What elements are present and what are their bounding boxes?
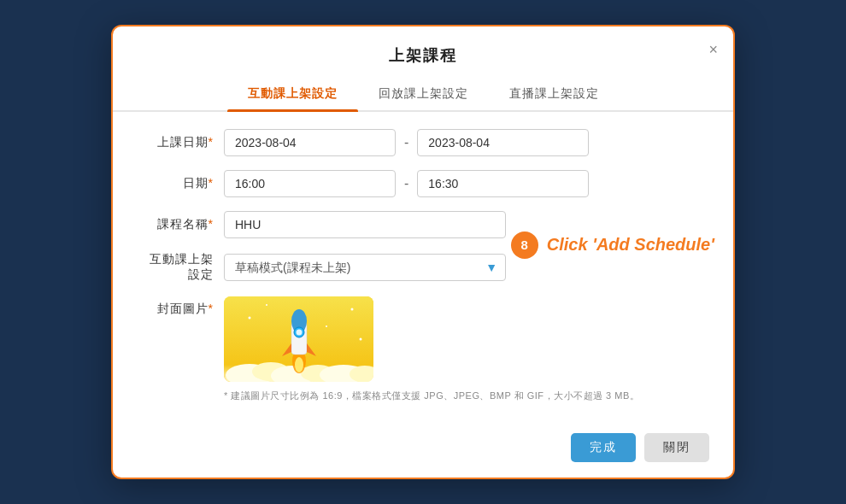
course-name-required-mark: * — [209, 217, 214, 231]
course-name-label: 課程名稱* — [147, 217, 224, 232]
cover-image-area: * 建議圖片尺寸比例為 16:9，檔案格式僅支援 JPG、JPEG、BMP 和 … — [224, 296, 639, 403]
svg-point-18 — [266, 304, 267, 306]
tab-replay[interactable]: 回放課上架設定 — [358, 79, 489, 110]
time-required-mark: * — [209, 176, 214, 190]
time-end-input[interactable] — [417, 170, 589, 197]
date-required-mark: * — [209, 135, 214, 149]
time-separator: - — [402, 176, 410, 191]
date-start-input[interactable] — [224, 129, 396, 156]
time-start-input[interactable] — [224, 170, 396, 197]
cover-image-upload[interactable] — [224, 296, 373, 382]
finish-button[interactable]: 完成 — [571, 433, 636, 462]
date-label: 上課日期* — [147, 135, 224, 150]
date-separator: - — [402, 135, 410, 150]
svg-point-17 — [326, 325, 327, 327]
cover-required-mark: * — [209, 302, 214, 315]
form-body: 上課日期* - 日期* - 課程名稱* — [113, 112, 733, 425]
svg-point-12 — [297, 329, 303, 335]
time-row: 日期* - — [147, 170, 699, 197]
time-label: 日期* — [147, 176, 224, 191]
cover-hint-text: * 建議圖片尺寸比例為 16:9，檔案格式僅支援 JPG、JPEG、BMP 和 … — [224, 389, 639, 403]
modal-title: 上架課程 — [389, 47, 457, 64]
tab-interactive[interactable]: 互動課上架設定 — [227, 79, 358, 110]
interactive-select-wrapper: 草稿模式(課程未上架) ▼ — [224, 254, 506, 281]
svg-point-19 — [360, 337, 362, 340]
date-inputs: - — [224, 129, 699, 156]
cover-image-row: 封面圖片* — [147, 296, 699, 403]
modal-dialog: 上架課程 × 互動課上架設定 回放課上架設定 直播課上架設定 上課日期* - — [111, 25, 735, 480]
date-row: 上課日期* - — [147, 129, 699, 156]
svg-point-8 — [295, 357, 303, 372]
tabs-row: 互動課上架設定 回放課上架設定 直播課上架設定 — [113, 79, 733, 112]
tab-live[interactable]: 直播課上架設定 — [489, 79, 620, 110]
close-button[interactable]: 關閉 — [644, 433, 709, 462]
interactive-setting-row: 互動課上架設定 草稿模式(課程未上架) ▼ — [147, 252, 699, 283]
course-name-row: 課程名稱* — [147, 211, 699, 238]
modal-footer: 完成 關閉 — [113, 425, 733, 478]
interactive-setting-inputs: 草稿模式(課程未上架) ▼ — [224, 254, 699, 281]
cover-rocket-illustration — [224, 296, 373, 382]
date-end-input[interactable] — [417, 129, 589, 156]
course-name-inputs — [224, 211, 699, 238]
course-name-input[interactable] — [224, 211, 506, 238]
interactive-select[interactable]: 草稿模式(課程未上架) — [224, 254, 506, 281]
modal-close-button[interactable]: × — [708, 42, 718, 57]
modal-header: 上架課程 × — [113, 26, 733, 66]
svg-point-16 — [351, 308, 354, 310]
cover-image-label: 封面圖片* — [147, 296, 224, 317]
interactive-setting-label: 互動課上架設定 — [147, 252, 224, 283]
time-inputs: - — [224, 170, 699, 197]
svg-point-15 — [249, 316, 251, 319]
